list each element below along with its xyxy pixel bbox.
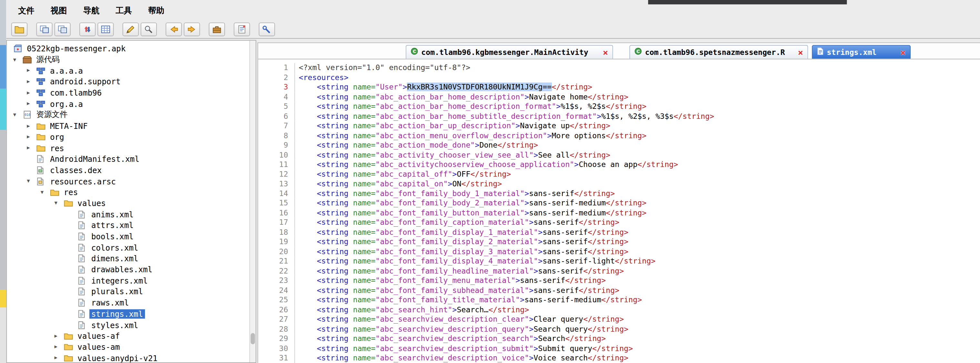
tree-item-values-af[interactable]: ▶values-af xyxy=(7,330,249,341)
forward-button[interactable] xyxy=(184,22,200,36)
tab-strings-xml[interactable]: strings.xml× xyxy=(812,45,911,59)
code-line-16[interactable]: 16 <string name="abc_font_family_button_… xyxy=(258,208,980,218)
tree-item-dimens-xml[interactable]: dimens.xml xyxy=(7,253,249,264)
expand-icon[interactable]: ▶ xyxy=(27,135,36,140)
code-line-20[interactable]: 20 <string name="abc_font_family_display… xyxy=(258,247,980,257)
code-line-24[interactable]: 24 <string name="abc_font_family_subhead… xyxy=(258,286,980,296)
code-line-28[interactable]: 28 <string name="abc_searchview_descript… xyxy=(258,325,980,334)
code-line-10[interactable]: 10 <string name="abc_activity_chooser_vi… xyxy=(258,150,980,160)
code-line-5[interactable]: 5 <string name="abc_action_bar_home_desc… xyxy=(258,102,980,111)
code-line-2[interactable]: 2<resources> xyxy=(258,73,980,82)
collapse-icon[interactable]: ▼ xyxy=(54,201,64,206)
code-line-13[interactable]: 13 <string name="abc_capital_on">ON</str… xyxy=(258,179,980,189)
duplicate-view-button[interactable] xyxy=(54,22,70,36)
tree-item-styles-xml[interactable]: styles.xml xyxy=(7,319,249,330)
tree-scrollbar-thumb[interactable] xyxy=(250,333,255,344)
tree-item-item[interactable]: ▼源代码 xyxy=(7,54,249,65)
tree-item-drawables-xml[interactable]: drawables.xml xyxy=(7,264,249,275)
tab-com-tlamb96-spetsnazmessenger-r[interactable]: Ccom.tlamb96.spetsnazmessenger.R× xyxy=(630,45,808,59)
tree-item-attrs-xml[interactable]: attrs.xml xyxy=(7,220,249,231)
code-area[interactable]: 1<?xml version="1.0" encoding="utf-8"?>2… xyxy=(258,59,980,363)
grid-button[interactable] xyxy=(97,22,114,36)
search-button[interactable] xyxy=(141,22,157,36)
report-button[interactable] xyxy=(234,22,250,36)
code-line-29[interactable]: 29 <string name="abc_searchview_descript… xyxy=(258,334,980,344)
tree-item-classes-dex[interactable]: classes.dex xyxy=(7,165,249,176)
collapse-icon[interactable]: ▼ xyxy=(41,190,50,195)
tree-item-org-a-a[interactable]: ▶org.a.a xyxy=(7,99,249,110)
tree-item-res[interactable]: ▶res xyxy=(7,142,249,153)
back-button[interactable] xyxy=(165,22,182,36)
code-line-23[interactable]: 23 <string name="abc_font_family_menu_ma… xyxy=(258,276,980,286)
code-line-11[interactable]: 11 <string name="abc_activitychooserview… xyxy=(258,160,980,170)
expand-icon[interactable]: ▶ xyxy=(27,91,36,95)
tree-item-0522kgb-messenger-apk[interactable]: 0522kgb-messenger.apk xyxy=(7,43,249,54)
expand-icon[interactable]: ▶ xyxy=(54,355,64,360)
tree-item-plurals-xml[interactable]: plurals.xml xyxy=(7,286,249,297)
collapse-icon[interactable]: ▼ xyxy=(13,57,22,62)
expand-icon[interactable]: ▶ xyxy=(27,123,36,128)
expand-icon[interactable]: ▶ xyxy=(54,334,64,338)
code-line-4[interactable]: 4 <string name="abc_action_bar_home_desc… xyxy=(258,92,980,102)
collapse-icon[interactable]: ▼ xyxy=(13,112,22,117)
menu-item-4[interactable]: 帮助 xyxy=(140,4,173,18)
code-line-6[interactable]: 6 <string name="abc_action_bar_home_subt… xyxy=(258,111,980,121)
code-line-19[interactable]: 19 <string name="abc_font_family_display… xyxy=(258,237,980,247)
tree-item-org[interactable]: ▶org xyxy=(7,131,249,142)
code-line-30[interactable]: 30 <string name="abc_searchview_descript… xyxy=(258,344,980,353)
menu-item-0[interactable]: 文件 xyxy=(10,4,43,18)
tree-item-values-am[interactable]: ▶values-am xyxy=(7,341,249,352)
code-line-27[interactable]: 27 <string name="abc_searchview_descript… xyxy=(258,315,980,325)
tree-item-meta-inf[interactable]: ▶META-INF xyxy=(7,121,249,131)
briefcase-button[interactable] xyxy=(209,22,225,36)
edit-button[interactable] xyxy=(123,22,138,36)
expand-icon[interactable]: ▶ xyxy=(27,80,36,84)
tree-item-androidmanifest-xml[interactable]: AndroidManifest.xml xyxy=(7,154,249,165)
tree-item-item[interactable]: ▼010资源文件 xyxy=(7,110,249,121)
code-line-18[interactable]: 18 <string name="abc_font_family_display… xyxy=(258,228,980,237)
code-line-14[interactable]: 14 <string name="abc_font_family_body_1_… xyxy=(258,189,980,199)
menu-item-1[interactable]: 视图 xyxy=(43,4,75,18)
code-line-7[interactable]: 7 <string name="abc_action_bar_up_descri… xyxy=(258,121,980,131)
tree-item-values-anydpi-v21[interactable]: ▶values-anydpi-v21 xyxy=(7,353,249,362)
tree-item-raws-xml[interactable]: raws.xml xyxy=(7,298,249,309)
sync-button[interactable] xyxy=(80,22,95,36)
code-line-9[interactable]: 9 <string name="abc_action_mode_done">Do… xyxy=(258,140,980,150)
tree-item-colors-xml[interactable]: colors.xml xyxy=(7,242,249,253)
expand-icon[interactable]: ▶ xyxy=(54,345,64,349)
expand-icon[interactable]: ▶ xyxy=(27,102,36,106)
tab-com-tlamb96-kgbmessenger-mainactivity[interactable]: Ccom.tlamb96.kgbmessenger.MainActivity× xyxy=(406,45,613,59)
tab-close-icon[interactable]: × xyxy=(798,48,803,57)
code-line-25[interactable]: 25 <string name="abc_font_family_title_m… xyxy=(258,296,980,305)
menu-item-2[interactable]: 导航 xyxy=(75,4,108,18)
code-line-15[interactable]: 15 <string name="abc_font_family_body_2_… xyxy=(258,199,980,208)
tab-close-icon[interactable]: × xyxy=(603,48,608,57)
expand-icon[interactable]: ▶ xyxy=(27,146,36,151)
tree-item-com-tlamb96[interactable]: ▶com.tlamb96 xyxy=(7,87,249,98)
code-line-31[interactable]: 31 <string name="abc_searchview_descript… xyxy=(258,353,980,363)
menu-item-3[interactable]: 工具 xyxy=(108,4,140,18)
open-file-button[interactable] xyxy=(11,22,27,36)
tools-button[interactable] xyxy=(259,22,275,36)
code-line-8[interactable]: 8 <string name="abc_action_menu_overflow… xyxy=(258,131,980,140)
tree-item-bools-xml[interactable]: bools.xml xyxy=(7,231,249,242)
tree-item-android-support[interactable]: ▶android.support xyxy=(7,76,249,87)
code-line-3[interactable]: 3 <string name="User">RkxBR3s1N0VSTDFOR1… xyxy=(258,82,980,92)
collapse-icon[interactable]: ▼ xyxy=(27,178,36,183)
tab-close-icon[interactable]: × xyxy=(900,48,905,57)
tree-item-res[interactable]: ▼res xyxy=(7,187,249,197)
code-line-17[interactable]: 17 <string name="abc_font_family_caption… xyxy=(258,218,980,228)
code-line-21[interactable]: 21 <string name="abc_font_family_display… xyxy=(258,257,980,266)
code-line-22[interactable]: 22 <string name="abc_font_family_headlin… xyxy=(258,266,980,276)
copy-view-button[interactable] xyxy=(36,22,52,36)
tree-scrollbar[interactable] xyxy=(250,41,256,362)
tree-item-anims-xml[interactable]: anims.xml xyxy=(7,209,249,220)
expand-icon[interactable]: ▶ xyxy=(27,68,36,73)
tree-item-resources-arsc[interactable]: ▼resources.arsc xyxy=(7,176,249,187)
code-line-26[interactable]: 26 <string name="abc_search_hint">Search… xyxy=(258,305,980,315)
code-line-12[interactable]: 12 <string name="abc_capital_off">OFF</s… xyxy=(258,170,980,179)
tree-item-values[interactable]: ▼values xyxy=(7,198,249,209)
tree-item-strings-xml[interactable]: strings.xml xyxy=(7,309,249,319)
code-line-1[interactable]: 1<?xml version="1.0" encoding="utf-8"?> xyxy=(258,63,980,73)
tree-item-integers-xml[interactable]: integers.xml xyxy=(7,275,249,286)
